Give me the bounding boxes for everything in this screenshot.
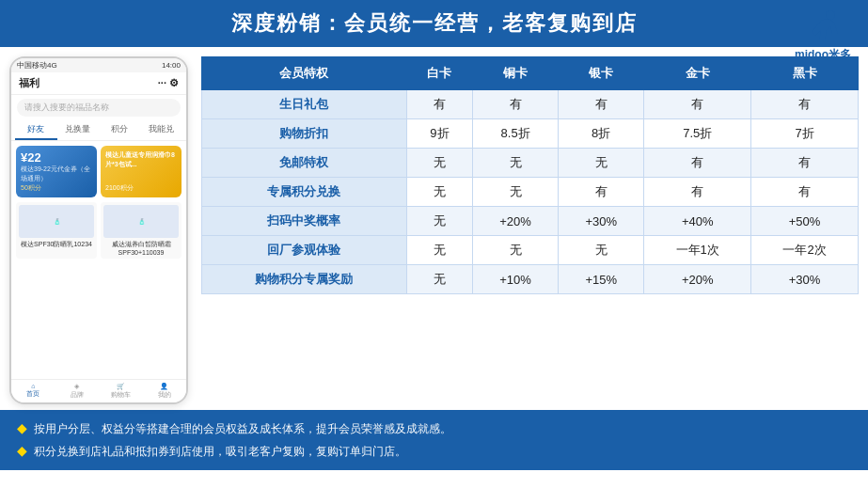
- table-cell-privilege: 免邮特权: [202, 149, 407, 178]
- table-cell-value: +10%: [473, 265, 559, 294]
- footer-line-2: ◆ 积分兑换到店礼品和抵扣券到店使用，吸引老客户复购，复购订单归门店。: [17, 440, 851, 463]
- phone-nav-profile[interactable]: 👤我的: [143, 380, 187, 402]
- phone-tabs: 好友 兑换量 积分 我能兑: [11, 120, 186, 141]
- midoo-logo-icon: [802, 8, 844, 45]
- product2-image: 🧴: [103, 205, 179, 238]
- phone-products-row: 🧴 模达SPF30防晒乳10234 🧴 威达滋养白皙防晒霜SPF30+11003…: [11, 202, 186, 259]
- table-cell-value: +50%: [751, 207, 859, 236]
- card2-label: 模达儿童送专用润滑巾8片*3包试...: [105, 150, 177, 169]
- phone-card-2: 模达儿童送专用润滑巾8片*3包试... 2100积分: [101, 146, 181, 197]
- phone-card-1: ¥22 模达39-22元代金券（全场通用） 50积分: [16, 146, 97, 197]
- time-text: 14:00: [162, 61, 181, 70]
- table-cell-privilege: 回厂参观体验: [202, 236, 407, 265]
- phone-search-bar[interactable]: 请搜入搜要的福品名称: [17, 99, 181, 117]
- membership-table-area: 会员特权 白卡 铜卡 银卡 金卡 黑卡 生日礼包有有有有有购物折扣9折8.5折8…: [201, 56, 859, 404]
- phone-title-bar: 福利 ··· ⚙: [11, 72, 186, 95]
- product2-label: 威达滋养白皙防晒霜SPF30+110039: [103, 240, 179, 256]
- table-cell-value: 9折: [406, 119, 472, 149]
- table-row: 回厂参观体验无无无一年1次一年2次: [202, 236, 859, 265]
- table-cell-value: 无: [473, 236, 559, 265]
- table-cell-value: 有: [473, 90, 559, 119]
- table-row: 购物折扣9折8.5折8折7.5折7折: [202, 119, 859, 149]
- table-cell-value: 有: [644, 149, 751, 178]
- table-cell-value: +15%: [559, 265, 644, 294]
- logo-area: midoo米多: [795, 8, 851, 63]
- table-row: 专属积分兑换无无有有有: [202, 178, 859, 207]
- col-header-privilege: 会员特权: [202, 57, 407, 90]
- footer-bar: ◆ 按用户分层、权益分等搭建合理的会员权益及成长体系，提升会员荣誉感及成就感。 …: [0, 410, 868, 470]
- table-cell-value: 一年2次: [751, 236, 859, 265]
- footer-line-1: ◆ 按用户分层、权益分等搭建合理的会员权益及成长体系，提升会员荣誉感及成就感。: [17, 417, 851, 440]
- table-cell-value: 有: [559, 178, 644, 207]
- diamond-icon-1: ◆: [17, 420, 27, 435]
- table-cell-value: 无: [559, 236, 644, 265]
- table-cell-value: 无: [406, 265, 472, 294]
- table-cell-privilege: 购物积分专属奖励: [202, 265, 407, 294]
- table-cell-value: 无: [406, 178, 472, 207]
- table-cell-value: 有: [751, 90, 859, 119]
- phone-tab-friends[interactable]: 好友: [15, 120, 57, 140]
- phone-tab-exchange[interactable]: 兑换量: [57, 120, 100, 140]
- phone-title-icons: ··· ⚙: [158, 77, 179, 89]
- phone-product-1: 🧴 模达SPF30防晒乳10234: [16, 202, 97, 259]
- membership-table: 会员特权 白卡 铜卡 银卡 金卡 黑卡 生日礼包有有有有有购物折扣9折8.5折8…: [201, 56, 859, 294]
- phone-nav-brand[interactable]: ◈品牌: [55, 380, 100, 402]
- table-cell-value: 有: [644, 90, 751, 119]
- table-cell-value: +40%: [644, 207, 751, 236]
- table-cell-value: +20%: [473, 207, 559, 236]
- table-row: 免邮特权无无无有有: [202, 149, 859, 178]
- footer-text-1: 按用户分层、权益分等搭建合理的会员权益及成长体系，提升会员荣誉感及成就感。: [34, 422, 451, 435]
- card2-points: 2100积分: [105, 183, 177, 193]
- phone-tab-points[interactable]: 积分: [99, 120, 141, 140]
- table-cell-privilege: 生日礼包: [202, 90, 407, 119]
- table-cell-value: 有: [559, 90, 644, 119]
- table-cell-value: 无: [406, 207, 472, 236]
- product1-image: 🧴: [19, 205, 94, 238]
- table-cell-value: 有: [751, 149, 859, 178]
- card1-price: ¥22: [21, 150, 92, 165]
- table-cell-value: 无: [406, 236, 472, 265]
- table-cell-value: 7.5折: [644, 119, 751, 149]
- table-cell-value: 无: [406, 149, 472, 178]
- svg-point-0: [826, 10, 835, 20]
- phone-mockup: 中国移动4G 14:00 福利 ··· ⚙ 请搜入搜要的福品名称 好友 兑换量 …: [9, 56, 188, 404]
- header-bar: 深度粉销：会员统一经营，老客复购到店: [0, 0, 868, 47]
- phone-product-2: 🧴 威达滋养白皙防晒霜SPF30+110039: [101, 202, 181, 259]
- table-cell-value: +30%: [559, 207, 644, 236]
- table-row: 扫码中奖概率无+20%+30%+40%+50%: [202, 207, 859, 236]
- phone-bottom-nav: ⌂首页 ◈品牌 🛒购物车 👤我的: [11, 379, 186, 402]
- col-header-white: 白卡: [406, 57, 472, 90]
- table-cell-value: 无: [473, 178, 559, 207]
- page-title: 深度粉销：会员统一经营，老客复购到店: [0, 9, 868, 38]
- card1-points: 50积分: [21, 183, 92, 193]
- diamond-icon-2: ◆: [17, 443, 27, 458]
- footer-text-2: 积分兑换到店礼品和抵扣券到店使用，吸引老客户复购，复购订单归门店。: [34, 445, 406, 458]
- logo-text: midoo米多: [795, 47, 851, 63]
- col-header-gold: 金卡: [644, 57, 751, 90]
- table-cell-value: 无: [559, 149, 644, 178]
- table-cell-privilege: 扫码中奖概率: [202, 207, 407, 236]
- phone-cards-row: ¥22 模达39-22元代金券（全场通用） 50积分 模达儿童送专用润滑巾8片*…: [11, 141, 186, 202]
- phone-tab-redeem[interactable]: 我能兑: [141, 120, 183, 140]
- table-row: 购物积分专属奖励无+10%+15%+20%+30%: [202, 265, 859, 294]
- table-cell-value: +30%: [751, 265, 859, 294]
- carrier-text: 中国移动4G: [17, 60, 57, 71]
- table-cell-value: 有: [751, 178, 859, 207]
- product1-label: 模达SPF30防晒乳10234: [19, 240, 94, 249]
- table-cell-privilege: 专属积分兑换: [202, 178, 407, 207]
- table-cell-value: 有: [406, 90, 472, 119]
- table-cell-value: +20%: [644, 265, 751, 294]
- table-cell-value: 8.5折: [473, 119, 559, 149]
- main-content: 中国移动4G 14:00 福利 ··· ⚙ 请搜入搜要的福品名称 好友 兑换量 …: [0, 47, 868, 404]
- col-header-bronze: 铜卡: [473, 57, 559, 90]
- phone-nav-home[interactable]: ⌂首页: [11, 380, 55, 402]
- table-cell-value: 有: [644, 178, 751, 207]
- phone-nav-cart[interactable]: 🛒购物车: [99, 380, 143, 402]
- table-cell-privilege: 购物折扣: [202, 119, 407, 149]
- table-cell-value: 8折: [559, 119, 644, 149]
- table-cell-value: 一年1次: [644, 236, 751, 265]
- table-cell-value: 无: [473, 149, 559, 178]
- card1-sublabel: 模达39-22元代金券（全场通用）: [21, 165, 92, 183]
- phone-title-text: 福利: [19, 76, 39, 90]
- search-placeholder: 请搜入搜要的福品名称: [24, 102, 109, 112]
